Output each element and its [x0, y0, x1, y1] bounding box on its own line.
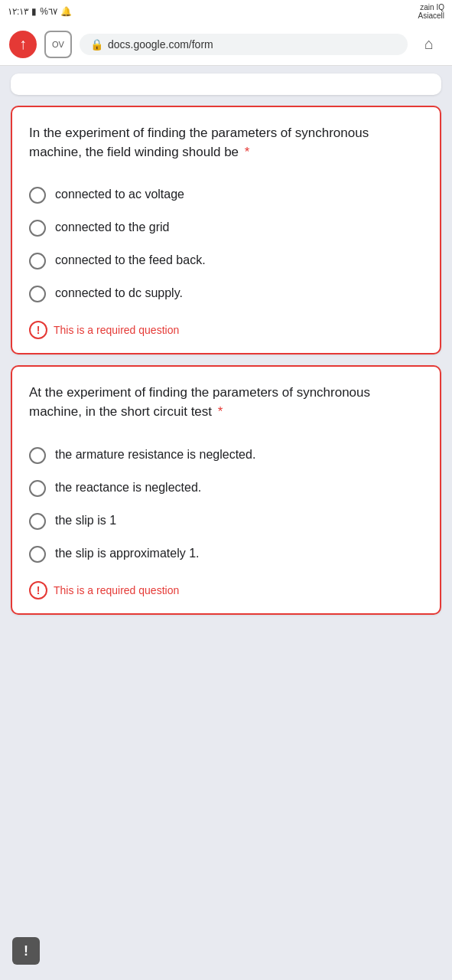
option-1-4[interactable]: connected to dc supply.: [29, 277, 423, 310]
option-1-2[interactable]: connected to the grid: [29, 211, 423, 244]
status-bar: ١٢:١٣ ▮ %٦٧ 🔔 zain IQ Asiacell: [0, 0, 452, 23]
required-star-1: *: [241, 145, 249, 159]
radio-1-4[interactable]: [29, 286, 46, 302]
back-button[interactable]: ↑: [9, 31, 37, 58]
option-1-1[interactable]: connected to ac voltage: [29, 178, 423, 211]
home-icon: ⌂: [424, 35, 434, 53]
radio-1-3[interactable]: [29, 253, 46, 270]
carrier-sub: Asiacell: [418, 11, 444, 20]
option-2-2[interactable]: the reactance is neglected.: [29, 472, 423, 505]
radio-1-1[interactable]: [29, 187, 46, 204]
radio-2-2[interactable]: [29, 480, 46, 497]
radio-1-2[interactable]: [29, 220, 46, 237]
question-2-card: At the experiment of finding the paramet…: [11, 365, 441, 614]
option-label-1-2: connected to the grid: [55, 219, 169, 236]
status-left: ١٢:١٣ ▮ %٦٧ 🔔: [8, 6, 72, 17]
option-label-1-3: connected to the feed back.: [55, 252, 206, 269]
content-area: In the experiment of finding the paramet…: [0, 66, 452, 622]
option-label-2-3: the slip is 1: [55, 512, 116, 529]
status-right: zain IQ Asiacell: [418, 3, 444, 20]
error-text-1: This is a required question: [54, 324, 179, 336]
address-text: docs.google.com/form: [108, 38, 213, 51]
question-1-text: In the experiment of finding the paramet…: [29, 124, 423, 162]
battery-icon: ▮: [31, 6, 37, 17]
question-1-error: ! This is a required question: [29, 321, 423, 339]
lock-icon: 🔒: [90, 38, 103, 51]
home-button[interactable]: ⌂: [415, 31, 443, 58]
battery-percent: %٦٧: [40, 6, 57, 17]
radio-2-1[interactable]: [29, 447, 46, 464]
floating-btn-icon: !: [24, 943, 28, 959]
ov-label: OV: [52, 40, 64, 49]
partial-card: [11, 74, 441, 95]
option-label-2-4: the slip is approximately 1.: [55, 545, 200, 562]
required-star-2: *: [214, 404, 223, 419]
option-2-4[interactable]: the slip is approximately 1.: [29, 537, 423, 570]
browser-bar: ↑ OV 🔒 docs.google.com/form ⌂: [0, 23, 452, 66]
error-icon-2: !: [29, 581, 47, 599]
radio-2-3[interactable]: [29, 513, 46, 530]
question-2-text: At the experiment of finding the paramet…: [29, 384, 423, 421]
option-label-1-1: connected to ac voltage: [55, 186, 184, 203]
option-2-1[interactable]: the armature resistance is neglected.: [29, 439, 423, 472]
status-time: ١٢:١٣: [8, 6, 28, 17]
carrier-name: zain IQ: [420, 3, 444, 11]
back-icon: ↑: [19, 35, 27, 53]
option-label-2-1: the armature resistance is neglected.: [55, 446, 255, 463]
question-1-options: connected to ac voltage connected to the…: [29, 178, 423, 310]
question-1-card: In the experiment of finding the paramet…: [11, 106, 441, 354]
question-2-error: ! This is a required question: [29, 581, 423, 599]
error-icon-1: !: [29, 321, 47, 339]
option-label-1-4: connected to dc supply.: [55, 285, 183, 302]
option-label-2-2: the reactance is neglected.: [55, 479, 201, 496]
question-2-options: the armature resistance is neglected. th…: [29, 439, 423, 570]
radio-2-4[interactable]: [29, 546, 46, 563]
floating-action-button[interactable]: !: [12, 937, 40, 965]
address-bar[interactable]: 🔒 docs.google.com/form: [80, 34, 408, 55]
option-2-3[interactable]: the slip is 1: [29, 505, 423, 537]
signal-icons: 🔔: [60, 6, 72, 17]
option-1-3[interactable]: connected to the feed back.: [29, 244, 423, 277]
error-text-2: This is a required question: [54, 584, 179, 596]
ov-button[interactable]: OV: [44, 31, 72, 58]
